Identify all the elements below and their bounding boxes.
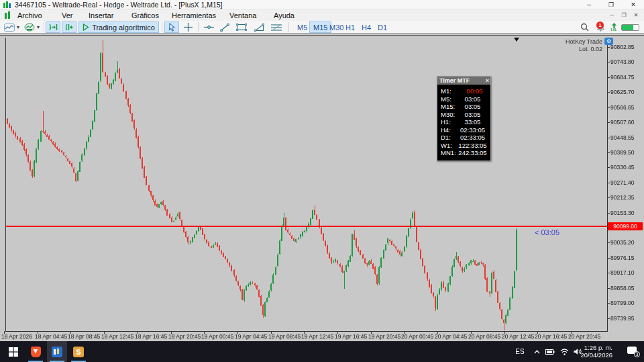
mt5-logo-icon [4, 11, 12, 19]
channel-tool-button[interactable] [233, 21, 250, 33]
price-scale-label: 90684.75 [610, 74, 634, 81]
timer-countdown-value: 242:33:05 [457, 149, 488, 157]
timer-mtf-panel[interactable]: Timer MTF × M1:00:05M5:03:05M15:03:05M30… [437, 76, 491, 161]
time-scale-label: 18 Apr 04:45 [35, 333, 67, 340]
chevron-down-icon: ▼ [36, 25, 41, 30]
trendline-tool-button[interactable] [217, 21, 232, 33]
restore-button[interactable]: ❐ [600, 0, 622, 9]
mdi-close-button[interactable]: ✕ [631, 11, 641, 19]
clock[interactable]: 1:26 p. m. 20/04/2026 [580, 344, 612, 359]
price-scale-label: 89976.15 [610, 255, 634, 261]
brave-icon [31, 347, 41, 357]
timer-tf-label: H4: [439, 126, 457, 134]
auto-scroll-button[interactable] [46, 21, 60, 33]
price-tick [607, 47, 610, 48]
fibonacci-icon [271, 24, 282, 32]
chart-type-button[interactable]: ▼ [3, 21, 21, 33]
search-icon [580, 23, 589, 32]
timer-countdown-value: 33:05 [457, 118, 488, 126]
hline-tool-button[interactable] [201, 21, 216, 33]
taskbar-metatrader[interactable] [47, 341, 67, 362]
time-scale-label: 19 Apr 20:45 [368, 333, 400, 340]
close-button[interactable]: ✕ [623, 0, 644, 9]
timer-countdown-value: 03:05 [457, 111, 488, 119]
price-tick [607, 288, 610, 289]
network-indicator[interactable] [558, 341, 570, 362]
tray-date: 20/04/2026 [580, 351, 612, 359]
price-scale-label: 89858.05 [610, 285, 634, 291]
menu-ver[interactable]: Ver [59, 11, 76, 20]
price-scale-label: 90271.40 [610, 179, 634, 186]
algo-trading-button[interactable]: Trading algorítmico [78, 21, 159, 33]
menu-herramientas[interactable]: Herramientas [169, 11, 219, 20]
menu-ayuda[interactable]: Ayuda [271, 11, 297, 20]
fibonacci-tool-button[interactable] [268, 21, 284, 33]
hotkey-trade-panel: HotKey Trade Lot: 0.02 [566, 38, 602, 53]
price-tick [607, 122, 610, 123]
price-tick [607, 273, 610, 273]
hotkey-trade-title: HotKey Trade [566, 38, 602, 46]
timer-mtf-titlebar[interactable]: Timer MTF × [437, 77, 490, 85]
indicators-icon [24, 23, 35, 32]
language-indicator[interactable]: ES [513, 341, 527, 362]
price-scale-label: 90625.70 [610, 89, 634, 95]
tray-expand-button[interactable] [531, 341, 542, 362]
candlestick-chart[interactable] [5, 38, 607, 331]
price-tick [607, 197, 610, 198]
search-button[interactable] [577, 21, 592, 33]
timer-tf-label: D1: [439, 134, 457, 142]
price-scale-label: 89799.00 [610, 300, 634, 306]
title-bar: 34467105 - Weltrade-Real - Hedge - Weltr… [0, 0, 644, 9]
office-s-icon: S [73, 347, 84, 357]
chart-shift-marker[interactable] [514, 38, 519, 42]
time-scale-label: 18 Apr 08:45 [68, 333, 100, 340]
timer-row: H1:33:05 [439, 118, 488, 126]
crosshair-icon [184, 23, 193, 32]
taskbar: S ES 1:26 p. m. 20/04/2026 3 [0, 341, 644, 362]
price-tick [607, 62, 610, 62]
timeframe-d1[interactable]: D1 [374, 21, 391, 33]
lvl-indicator[interactable]: LVL [608, 22, 620, 33]
price-scale-label: 90507.60 [610, 119, 634, 126]
time-scale-label: 18 Apr 20:45 [168, 333, 201, 340]
battery-indicator[interactable] [543, 341, 557, 362]
timer-countdown-value: 00:05 [457, 87, 488, 95]
mdi-restore-button[interactable]: ❐ [619, 11, 629, 19]
indicators-button[interactable]: ▼ [23, 21, 42, 33]
taskbar-office-app[interactable]: S [68, 341, 89, 362]
crosshair-tool-button[interactable] [180, 21, 195, 33]
price-scale-label: 90035.20 [610, 239, 634, 246]
cursor-tool-button[interactable] [164, 21, 179, 33]
start-button[interactable] [3, 341, 23, 362]
hotkey-settings-icon[interactable]: ⚙ [604, 38, 613, 45]
connection-status-bar[interactable] [621, 24, 639, 31]
notification-badge: 1 [596, 21, 604, 29]
action-center-count: 3 [634, 351, 640, 357]
toolbar: ▼ ▼ Trading algorítmico M5M15M30H1H4D1 [0, 21, 644, 34]
taskbar-brave-browser[interactable] [25, 341, 46, 362]
mdi-minimize-button[interactable]: ─ [606, 11, 617, 19]
time-scale-label: 20 Apr 04:45 [435, 333, 467, 340]
triangle-tool-button[interactable] [251, 21, 267, 33]
timer-tf-label: M1: [439, 87, 457, 95]
triangle-icon [254, 24, 264, 32]
timeframe-h4[interactable]: H4 [358, 21, 375, 33]
candle-countdown-label: < 03:05 [535, 228, 559, 236]
timer-row: W1:122:33:05 [439, 142, 488, 150]
timer-countdown-value: 02:33:05 [457, 126, 488, 134]
time-scale-label: 19 Apr 12:45 [301, 333, 333, 340]
app-icon [3, 1, 11, 8]
menu-insertar[interactable]: Insertar [86, 11, 116, 20]
timeframe-h1[interactable]: H1 [341, 21, 359, 33]
menu-ventana[interactable]: Ventana [227, 11, 259, 20]
time-scale-label: 20 Apr 00:45 [401, 333, 433, 340]
timer-close-icon[interactable]: × [486, 77, 489, 85]
minimize-button[interactable]: ─ [578, 0, 600, 9]
chart-shift-button[interactable] [62, 21, 76, 33]
price-tick [607, 138, 610, 138]
algo-trading-label: Trading algorítmico [92, 24, 155, 32]
action-center-button[interactable]: 3 [627, 347, 639, 356]
menu-archivo[interactable]: Archivo [15, 11, 45, 20]
menu-graficos[interactable]: Gráficos [129, 11, 162, 20]
tray-time: 1:26 p. m. [580, 344, 612, 351]
